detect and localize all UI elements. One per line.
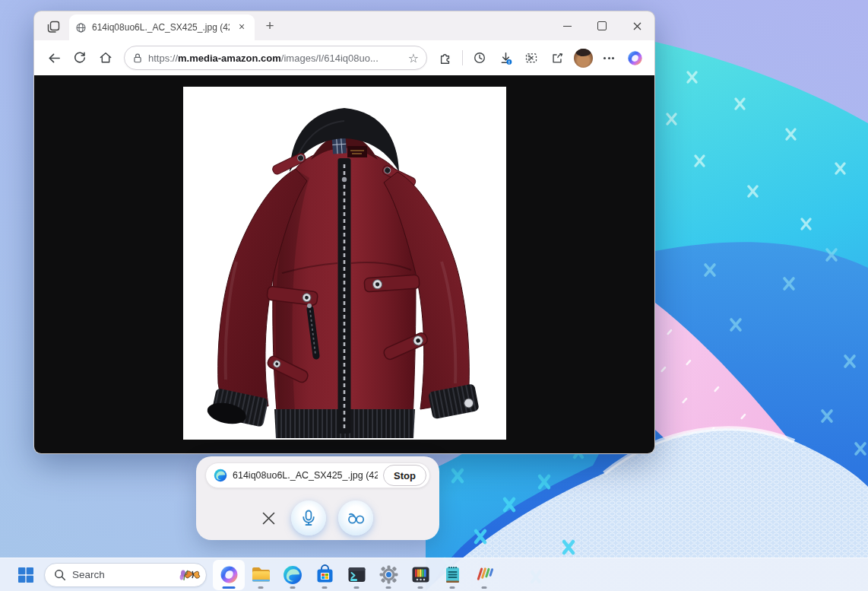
glasses-icon bbox=[346, 508, 366, 528]
refresh-icon bbox=[73, 51, 87, 65]
url-text: https://m.media-amazon.com/images/I/614i… bbox=[148, 52, 403, 64]
popup-source-pill: 614iq08uo6L._AC_SX425_.jpg (425×... Stop bbox=[205, 462, 430, 488]
image-viewer-canvas bbox=[34, 75, 654, 454]
file-explorer-icon bbox=[251, 564, 271, 585]
tab-close-button[interactable]: × bbox=[235, 21, 249, 34]
edge-browser-window: 614iq08uo6L._AC_SX425_.jpg (425 × + bbox=[33, 11, 655, 454]
maximize-button[interactable] bbox=[584, 11, 619, 40]
microphone-button[interactable] bbox=[291, 500, 326, 535]
microsoft-store-icon bbox=[315, 564, 335, 585]
site-lock-icon bbox=[132, 52, 143, 64]
web-capture-scissors-icon bbox=[524, 51, 538, 65]
tab-actions-menu-button[interactable] bbox=[42, 16, 65, 37]
ellipsis-icon bbox=[603, 57, 614, 59]
microphone-icon bbox=[299, 509, 318, 527]
color-bars-icon bbox=[410, 564, 431, 585]
close-icon bbox=[633, 22, 641, 30]
taskbar-app-color-bars-utility[interactable] bbox=[404, 560, 436, 590]
color-stripes-icon bbox=[474, 564, 495, 585]
taskbar-app-color-stripes[interactable] bbox=[468, 560, 500, 590]
edge-logo-icon bbox=[283, 565, 303, 585]
back-icon bbox=[47, 51, 62, 65]
jacket-artwork bbox=[183, 87, 506, 440]
edge-logo-icon bbox=[214, 469, 227, 482]
profile-button[interactable] bbox=[571, 46, 595, 70]
downloads-icon bbox=[499, 51, 513, 65]
share-icon bbox=[550, 51, 564, 65]
search-placeholder: Search bbox=[72, 569, 173, 580]
stacked-tabs-icon bbox=[47, 21, 60, 33]
running-indicator bbox=[482, 586, 487, 589]
history-clock-icon bbox=[473, 51, 486, 65]
tab-strip: 614iq08uo6L._AC_SX425_.jpg (425 × + bbox=[34, 11, 654, 40]
copilot-toolbar-button[interactable] bbox=[622, 46, 647, 70]
copilot-icon bbox=[220, 565, 239, 584]
back-button[interactable] bbox=[42, 46, 66, 70]
home-icon bbox=[99, 51, 112, 65]
windows-logo-icon bbox=[17, 567, 34, 583]
taskbar-app-settings[interactable] bbox=[372, 560, 404, 590]
favorite-star-icon[interactable]: ☆ bbox=[408, 51, 419, 65]
web-capture-button[interactable] bbox=[519, 46, 543, 70]
running-indicator bbox=[322, 586, 328, 589]
address-bar[interactable]: https://m.media-amazon.com/images/I/614i… bbox=[124, 46, 427, 70]
copilot-icon bbox=[627, 50, 643, 66]
settings-gear-icon bbox=[379, 564, 399, 585]
search-input[interactable]: Search bbox=[44, 563, 207, 587]
stop-button[interactable]: Stop bbox=[383, 465, 426, 486]
history-button[interactable] bbox=[467, 46, 492, 70]
start-button[interactable] bbox=[12, 561, 40, 589]
taskbar: Search bbox=[0, 558, 868, 591]
search-icon bbox=[54, 569, 66, 581]
close-icon bbox=[261, 511, 276, 526]
close-window-button[interactable] bbox=[619, 11, 654, 40]
running-indicator bbox=[223, 586, 236, 589]
taskbar-app-terminal[interactable] bbox=[341, 560, 372, 590]
new-tab-button[interactable]: + bbox=[259, 16, 280, 37]
popup-title: 614iq08uo6L._AC_SX425_.jpg (425×... bbox=[233, 470, 378, 481]
downloads-button[interactable] bbox=[493, 46, 518, 70]
refresh-button[interactable] bbox=[68, 46, 92, 70]
taskbar-app-edge[interactable] bbox=[277, 560, 309, 590]
settings-more-button[interactable] bbox=[597, 46, 621, 70]
taskbar-app-copilot[interactable] bbox=[213, 560, 245, 590]
home-button[interactable] bbox=[93, 46, 118, 70]
running-indicator bbox=[258, 586, 264, 589]
taskbar-app-notepad[interactable] bbox=[436, 560, 468, 590]
terminal-icon bbox=[347, 564, 367, 585]
taskbar-app-microsoft-store[interactable] bbox=[309, 560, 341, 590]
toolbar-divider bbox=[462, 50, 463, 65]
share-button[interactable] bbox=[545, 46, 569, 70]
globe-favicon-icon bbox=[75, 22, 87, 33]
taskbar-app-file-explorer[interactable] bbox=[245, 560, 277, 590]
maximize-icon bbox=[597, 21, 607, 30]
copilot-vision-button[interactable] bbox=[338, 500, 373, 535]
browser-toolbar: https://m.media-amazon.com/images/I/614i… bbox=[34, 40, 654, 75]
search-highlight-butterfly-icon bbox=[179, 567, 201, 583]
popup-controls bbox=[196, 496, 439, 537]
running-indicator bbox=[386, 586, 391, 589]
puzzle-extensions-icon bbox=[439, 51, 452, 65]
running-indicator bbox=[354, 586, 360, 589]
running-indicator bbox=[450, 586, 455, 589]
product-image[interactable] bbox=[183, 87, 506, 440]
extensions-button[interactable] bbox=[433, 46, 458, 70]
popup-close-button[interactable] bbox=[259, 509, 277, 527]
tab-title: 614iq08uo6L._AC_SX425_.jpg (425 bbox=[92, 22, 230, 33]
profile-avatar bbox=[574, 49, 593, 68]
notepad-icon bbox=[442, 564, 463, 585]
copilot-voice-popup: 614iq08uo6L._AC_SX425_.jpg (425×... Stop bbox=[196, 456, 439, 540]
active-tab[interactable]: 614iq08uo6L._AC_SX425_.jpg (425 × bbox=[69, 14, 255, 40]
minimize-button[interactable] bbox=[550, 11, 584, 40]
running-indicator bbox=[290, 586, 296, 589]
window-controls bbox=[550, 11, 654, 40]
minimize-icon bbox=[563, 26, 572, 27]
running-indicator bbox=[418, 586, 423, 589]
